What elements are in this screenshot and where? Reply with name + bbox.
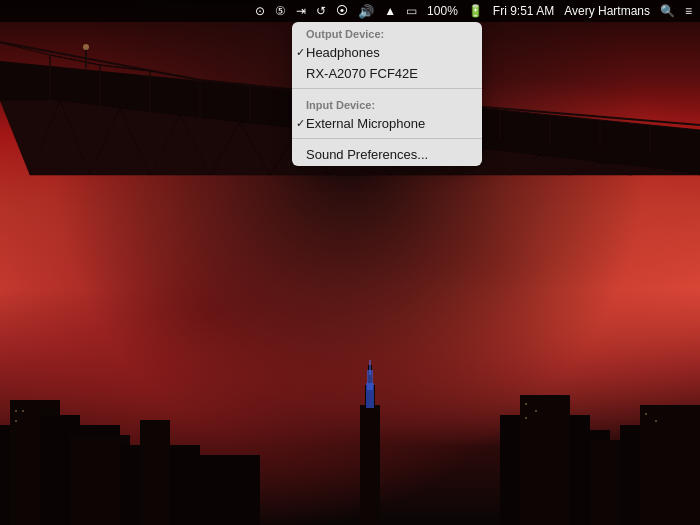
rx-a2070-label: RX-A2070 FCF42E xyxy=(306,66,418,81)
menubar-time: Fri 9:51 AM xyxy=(493,4,554,18)
menu-icon[interactable]: ≡ xyxy=(685,4,692,18)
time-machine-icon[interactable]: ↺ xyxy=(316,4,326,18)
svg-rect-65 xyxy=(525,403,527,405)
svg-rect-48 xyxy=(140,420,170,525)
output-device-label: Output Device: xyxy=(292,22,482,42)
buildings-silhouette xyxy=(0,345,700,525)
svg-rect-61 xyxy=(640,405,700,525)
screen-record-icon[interactable]: ⊙ xyxy=(255,4,265,18)
output-headphones-item[interactable]: ✓ Headphones xyxy=(292,42,482,63)
menubar: ⊙ ⑤ ⇥ ↺ ⦿ 🔊 ▲ ▭ 100% 🔋 Fri 9:51 AM Avery… xyxy=(0,0,700,22)
battery-icon: 🔋 xyxy=(468,4,483,18)
svg-rect-57 xyxy=(520,395,570,525)
svg-rect-49 xyxy=(200,455,260,525)
notification-icon[interactable]: ⑤ xyxy=(275,4,286,18)
menubar-right: ⊙ ⑤ ⇥ ↺ ⦿ 🔊 ▲ ▭ 100% 🔋 Fri 9:51 AM Avery… xyxy=(255,4,692,19)
svg-rect-50 xyxy=(360,405,380,525)
input-device-label: Input Device: xyxy=(292,93,482,113)
sound-icon[interactable]: 🔊 xyxy=(358,4,374,19)
sound-preferences-item[interactable]: Sound Preferences... xyxy=(292,143,482,166)
svg-rect-66 xyxy=(535,410,537,412)
wifi-icon[interactable]: ▲ xyxy=(384,4,396,18)
sound-dropdown-menu: Output Device: ✓ Headphones RX-A2070 FCF… xyxy=(292,22,482,166)
output-rx-a2070-item[interactable]: RX-A2070 FCF42E xyxy=(292,63,482,84)
svg-point-42 xyxy=(83,44,89,50)
battery-percent: 100% xyxy=(427,4,458,18)
forward-icon[interactable]: ⇥ xyxy=(296,4,306,18)
menubar-username[interactable]: Avery Hartmans xyxy=(564,4,650,18)
headphones-checkmark: ✓ xyxy=(296,46,305,59)
svg-rect-64 xyxy=(15,420,17,422)
external-mic-checkmark: ✓ xyxy=(296,117,305,130)
external-mic-label: External Microphone xyxy=(306,116,425,131)
headphones-label: Headphones xyxy=(306,45,380,60)
bluetooth-icon[interactable]: ⦿ xyxy=(336,4,348,18)
sound-preferences-label: Sound Preferences... xyxy=(306,147,428,162)
svg-rect-68 xyxy=(645,413,647,415)
svg-rect-55 xyxy=(369,360,371,375)
dropdown-separator-2 xyxy=(292,138,482,139)
svg-rect-62 xyxy=(15,410,17,412)
airplay-icon[interactable]: ▭ xyxy=(406,4,417,18)
dropdown-separator-1 xyxy=(292,88,482,89)
svg-rect-63 xyxy=(22,410,24,412)
svg-rect-41 xyxy=(85,48,87,68)
svg-rect-69 xyxy=(655,420,657,422)
search-icon[interactable]: 🔍 xyxy=(660,4,675,18)
svg-rect-67 xyxy=(525,417,527,419)
input-external-mic-item[interactable]: ✓ External Microphone xyxy=(292,113,482,134)
